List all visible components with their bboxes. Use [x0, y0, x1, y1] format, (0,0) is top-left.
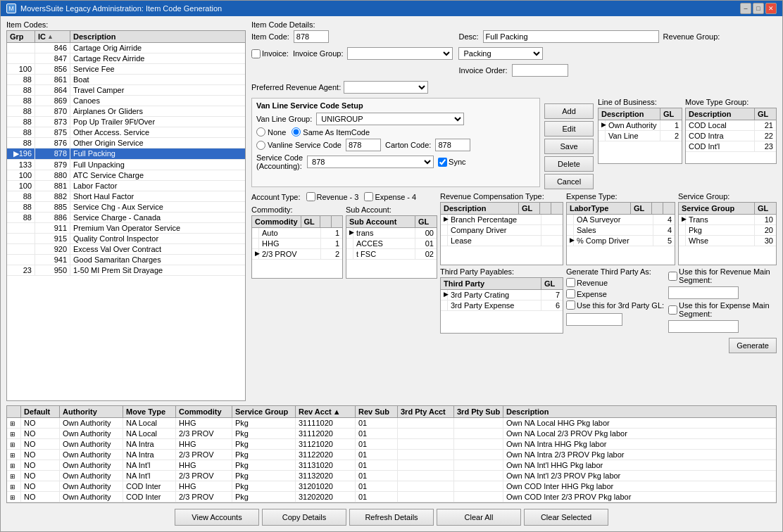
- item-code-row[interactable]: 88 876 Other Origin Service: [7, 138, 245, 148]
- item-code-row[interactable]: 88 885 Service Chg - Aux Service: [7, 202, 245, 213]
- generate-button[interactable]: Generate: [729, 338, 777, 353]
- copy-details-button[interactable]: Copy Details: [262, 509, 346, 526]
- generate-revenue-checkbox[interactable]: Revenue: [566, 278, 664, 287]
- item-code-row[interactable]: 100 881 Labor Factor: [7, 181, 245, 191]
- bottom-table-row[interactable]: ⊞ NO Own Authority COD Inter HHG Pkg 312…: [7, 481, 776, 492]
- rev-comp-row[interactable]: Lease: [441, 236, 563, 246]
- expense-checkbox[interactable]: Expense - 4: [364, 192, 416, 201]
- item-code-row[interactable]: 915 Quality Control Inspector: [7, 234, 245, 244]
- item-code-row[interactable]: 100 880 ATC Service Charge: [7, 170, 245, 181]
- lob-table-body[interactable]: ▶ Own Authority 1 Van Line 2: [599, 120, 682, 163]
- generate-expense-checkbox[interactable]: Expense: [566, 289, 664, 298]
- edit-button[interactable]: Edit: [544, 121, 594, 137]
- item-code-row[interactable]: 100 856 Service Fee: [7, 64, 245, 75]
- bottom-table-row[interactable]: ⊞ NO Own Authority NA Intra HHG Pkg 3112…: [7, 439, 776, 450]
- clear-all-button[interactable]: Clear All: [437, 509, 521, 526]
- third-party-row[interactable]: 3rd Party Expense 6: [441, 300, 563, 311]
- invoice-group-select[interactable]: [347, 47, 453, 60]
- rev-comp-body[interactable]: ▶ Branch Percentage Company Driver Lease: [441, 215, 563, 265]
- desc-input[interactable]: [483, 30, 659, 43]
- item-code-row[interactable]: 88 882 Short Haul Factor: [7, 191, 245, 202]
- maximize-button[interactable]: □: [753, 3, 764, 14]
- add-button[interactable]: Add: [544, 103, 594, 119]
- item-code-row[interactable]: ▶196 878 Full Packing: [7, 148, 245, 160]
- item-code-input[interactable]: [294, 30, 329, 43]
- radio-none[interactable]: None: [256, 127, 286, 137]
- close-button[interactable]: ✕: [765, 3, 777, 14]
- van-line-group-select[interactable]: UNIGROUP: [316, 113, 464, 125]
- item-codes-body[interactable]: 846 Cartage Orig Airride 847 Cartage Rec…: [7, 43, 245, 400]
- lob-row[interactable]: ▶ Own Authority 1: [599, 120, 682, 131]
- vanline-code-input[interactable]: [346, 139, 381, 151]
- bottom-table-row[interactable]: ⊞ NO Own Authority NA Local 2/3 PROV Pkg…: [7, 429, 776, 439]
- expense-type-row[interactable]: Sales 4: [567, 225, 675, 236]
- minimize-button[interactable]: –: [740, 3, 751, 14]
- use-revenue-main-checkbox[interactable]: Use this for Revenue Main Segment:: [668, 267, 777, 284]
- item-code-row[interactable]: 133 879 Full Unpacking: [7, 160, 245, 170]
- item-code-row[interactable]: 88 869 Canoes: [7, 96, 245, 106]
- carton-code-input[interactable]: [435, 139, 470, 151]
- expense-main-input[interactable]: [668, 320, 739, 333]
- item-code-row[interactable]: 88 870 Airplanes Or Gliders: [7, 106, 245, 117]
- invoice-order-input[interactable]: [512, 64, 568, 77]
- item-code-row[interactable]: 847 Cartage Recv Airride: [7, 53, 245, 64]
- third-party-row[interactable]: ▶ 3rd Party Crating 7: [441, 290, 563, 300]
- sub-account-row[interactable]: ▶ trans 00: [346, 228, 437, 239]
- view-accounts-button[interactable]: View Accounts: [175, 509, 259, 526]
- item-code-row[interactable]: 88 875 Other Access. Service: [7, 127, 245, 138]
- bottom-table-row[interactable]: ⊞ NO Own Authority NA Intra 2/3 PROV Pkg…: [7, 450, 776, 460]
- save-button[interactable]: Save: [544, 139, 594, 154]
- mtg-row[interactable]: COD Intra 22: [686, 131, 776, 141]
- item-code-row[interactable]: 88 864 Travel Camper: [7, 85, 245, 96]
- lob-row[interactable]: Van Line 2: [599, 131, 682, 141]
- third-party-gl-input[interactable]: [566, 313, 622, 326]
- commodity-row[interactable]: Auto 1: [252, 228, 342, 239]
- delete-button[interactable]: Delete: [544, 156, 594, 172]
- item-code-row[interactable]: 846 Cartage Orig Airride: [7, 43, 245, 53]
- item-code-row[interactable]: 920 Excess Val Over Contract: [7, 244, 245, 255]
- radio-vanline-code[interactable]: Vanline Service Code: [256, 141, 342, 150]
- sub-account-row[interactable]: t FSC 02: [346, 249, 437, 260]
- bottom-table-row[interactable]: ⊞ NO Own Authority NA Int'l HHG Pkg 3113…: [7, 460, 776, 471]
- mtg-table-body[interactable]: COD Local 21 COD Intra 22 COD Int'l 23: [686, 120, 776, 163]
- third-party-body[interactable]: ▶ 3rd Party Crating 7 3rd Party Expense …: [441, 290, 563, 333]
- sub-account-row[interactable]: ACCES 01: [346, 239, 437, 249]
- mtg-row[interactable]: COD Local 21: [686, 120, 776, 131]
- service-group-row[interactable]: ▶ Trans 10: [679, 215, 776, 225]
- pref-agent-select[interactable]: [344, 81, 428, 94]
- revenue-group-select[interactable]: Packing: [458, 47, 543, 60]
- item-code-row[interactable]: 941 Good Samaritan Charges: [7, 255, 245, 265]
- rev-comp-row[interactable]: Company Driver: [441, 225, 563, 236]
- use-3rd-party-gl-checkbox[interactable]: Use this for 3rd Party GL:: [566, 300, 664, 310]
- commodity-body[interactable]: Auto 1 HHG 1 ▶ 2/3 PROV 2: [252, 228, 342, 278]
- radio-same-as-item-code[interactable]: Same As ItemCode: [292, 127, 370, 137]
- invoice-checkbox[interactable]: [251, 49, 261, 58]
- bottom-table-row[interactable]: ⊞ NO Own Authority COD Inter 2/3 PROV Pk…: [7, 492, 776, 502]
- service-group-row[interactable]: Pkg 20: [679, 225, 776, 236]
- commodity-row[interactable]: ▶ 2/3 PROV 2: [252, 249, 342, 260]
- expense-type-row[interactable]: OA Surveyor 4: [567, 215, 675, 225]
- clear-selected-button[interactable]: Clear Selected: [524, 509, 608, 526]
- bottom-table-row[interactable]: ⊞ NO Own Authority NA Local HHG Pkg 3111…: [7, 418, 776, 429]
- cancel-button[interactable]: Cancel: [544, 174, 594, 189]
- item-code-row[interactable]: 88 886 Service Charge - Canada: [7, 213, 245, 223]
- bottom-table-row[interactable]: ⊞ NO Own Authority NA Int'l 2/3 PROV Pkg…: [7, 471, 776, 481]
- use-expense-main-checkbox[interactable]: Use this for Expense Main Segment:: [668, 301, 777, 318]
- service-group-row[interactable]: Whse 30: [679, 236, 776, 246]
- expense-type-row[interactable]: ▶ % Comp Driver 5: [567, 236, 675, 246]
- item-code-row[interactable]: 88 873 Pop Up Trailer 9Ft/Over: [7, 117, 245, 127]
- revenue-main-input[interactable]: [668, 286, 739, 299]
- sub-account-body[interactable]: ▶ trans 00 ACCES 01 t FSC 02: [346, 228, 437, 278]
- mtg-row[interactable]: COD Int'l 23: [686, 141, 776, 152]
- service-code-select[interactable]: 878: [307, 156, 434, 168]
- item-code-row[interactable]: 23 950 1-50 MI Prem Sit Drayage: [7, 265, 245, 276]
- bottom-table-body[interactable]: ⊞ NO Own Authority NA Local HHG Pkg 3111…: [7, 418, 776, 502]
- expense-type-body[interactable]: OA Surveyor 4 Sales 4 ▶ % Comp Driver 5: [567, 215, 675, 265]
- revenue-checkbox[interactable]: Revenue - 3: [306, 192, 359, 201]
- item-code-row[interactable]: 88 861 Boat: [7, 75, 245, 85]
- item-code-row[interactable]: 911 Premium Van Operator Service: [7, 223, 245, 234]
- service-group-body[interactable]: ▶ Trans 10 Pkg 20 Whse 30: [679, 215, 776, 265]
- rev-comp-row[interactable]: ▶ Branch Percentage: [441, 215, 563, 225]
- commodity-row[interactable]: HHG 1: [252, 239, 342, 249]
- refresh-details-button[interactable]: Refresh Details: [349, 509, 434, 526]
